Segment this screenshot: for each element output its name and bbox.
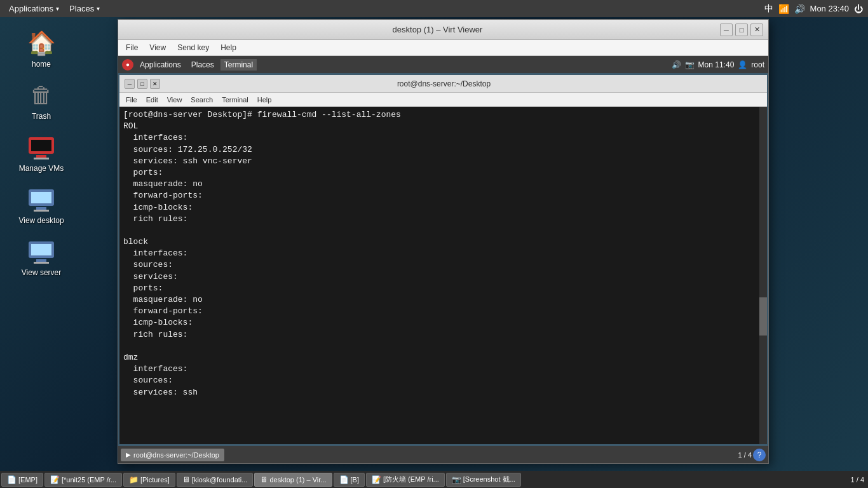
topbar: Applications ▾ Places ▾ 中 📶 🔊 Mon 23:40 … xyxy=(0,0,868,17)
terminal-maximize-btn[interactable]: □ xyxy=(137,79,147,89)
outer-task-kiosk[interactable]: 🖥 [kiosk@foundati... xyxy=(177,473,254,487)
outer-task-emp-icon: 📄 xyxy=(7,475,17,484)
term-help-menu[interactable]: Help xyxy=(254,95,276,104)
places-arrow-icon: ▾ xyxy=(97,5,100,12)
topbar-left: Applications ▾ Places ▾ xyxy=(5,3,104,15)
svg-rect-1 xyxy=(31,140,51,151)
inner-datetime: Mon 11:40 xyxy=(698,60,735,69)
svg-rect-7 xyxy=(34,210,49,212)
topbar-right: 中 📶 🔊 Mon 23:40 ⏻ xyxy=(764,3,863,15)
outer-task-screenshot[interactable]: 📷 [Screenshot 截... xyxy=(446,473,521,487)
view-server-icon xyxy=(26,236,57,267)
virt-view-menu[interactable]: View xyxy=(144,42,171,53)
inner-root-icon: 👤 xyxy=(738,60,747,69)
virt-viewer-menubar: File View Send key Help xyxy=(118,40,768,56)
outer-task-unit25-icon: 📝 xyxy=(50,475,60,484)
virt-file-menu[interactable]: File xyxy=(121,42,143,53)
outer-task-unit25[interactable]: 📝 [*unit25 (EMP /r... xyxy=(44,473,122,487)
terminal-scrollbar-thumb[interactable] xyxy=(759,297,767,336)
outer-task-b-icon: 📄 xyxy=(339,475,349,484)
places-menu[interactable]: Places ▾ xyxy=(65,3,104,15)
terminal-menubar: File Edit View Search Terminal Help xyxy=(119,93,767,107)
inner-page-indicator: 1 / 4 xyxy=(738,451,752,459)
term-terminal-menu[interactable]: Terminal xyxy=(218,95,252,104)
close-button[interactable]: ✕ xyxy=(750,24,763,36)
inner-topbar-left: ● Applications Places Terminal xyxy=(122,59,257,71)
inner-volume-icon: 🔊 xyxy=(672,60,681,69)
terminal-output: [root@dns-server Desktop]# firewall-cmd … xyxy=(119,107,767,444)
desktop-icon-home[interactable]: 🏠 home xyxy=(13,25,70,71)
term-file-menu[interactable]: File xyxy=(122,95,141,104)
desktop-icons-area: 🏠 home 🗑 Trash Manage VMs xyxy=(13,25,70,280)
term-edit-menu[interactable]: Edit xyxy=(142,95,162,104)
desktop-icon-trash[interactable]: 🗑 Trash xyxy=(13,78,70,123)
applications-label: Applications xyxy=(9,4,53,13)
inner-places-menu[interactable]: Places xyxy=(187,59,218,71)
outer-task-firewall-label: [防火墙 (EMP /ri... xyxy=(383,475,439,484)
applications-menu[interactable]: Applications ▾ xyxy=(5,3,63,15)
view-desktop-label: View desktop xyxy=(18,216,64,225)
outer-task-firewall-icon: 📝 xyxy=(372,475,381,484)
input-method-icon[interactable]: 中 xyxy=(764,3,773,15)
term-view-menu[interactable]: View xyxy=(163,95,186,104)
inner-applications-menu[interactable]: Applications xyxy=(136,59,185,71)
svg-rect-3 xyxy=(34,158,49,159)
inner-topbar-right: 🔊 📷 Mon 11:40 👤 root xyxy=(672,60,764,69)
svg-rect-11 xyxy=(34,262,49,264)
inner-taskbar: ▶ root@dns-server:~/Desktop 1 / 4 ? xyxy=(118,446,768,463)
outer-task-b-label: [B] xyxy=(351,476,359,484)
desktop-icon-manage-vms[interactable]: Manage VMs xyxy=(13,130,70,175)
desktop-icon-view-desktop[interactable]: View desktop xyxy=(13,182,70,227)
trash-label: Trash xyxy=(32,112,51,121)
terminal-close-btn[interactable]: ✕ xyxy=(150,79,160,89)
virt-sendkey-menu[interactable]: Send key xyxy=(172,42,214,53)
outer-task-kiosk-icon: 🖥 xyxy=(182,475,190,484)
outer-task-desktop-virt-icon: 🖥 xyxy=(260,475,268,484)
manage-vms-label: Manage VMs xyxy=(19,164,64,173)
terminal-win-controls: ─ □ ✕ xyxy=(123,79,160,89)
terminal-text: [root@dns-server Desktop]# firewall-cmd … xyxy=(123,109,763,398)
terminal-window: ─ □ ✕ root@dns-server:~/Desktop File Edi… xyxy=(119,75,767,444)
places-label: Places xyxy=(69,4,94,13)
wifi-icon: 📶 xyxy=(778,4,789,14)
inner-terminal-menu[interactable]: Terminal xyxy=(220,59,257,71)
vm-display-area[interactable]: ● Applications Places Terminal 🔊 📷 Mon 1… xyxy=(118,56,768,463)
maximize-button[interactable]: □ xyxy=(735,24,748,36)
inner-task-terminal-icon: ▶ xyxy=(126,451,131,458)
terminal-minimize-btn[interactable]: ─ xyxy=(125,79,135,89)
terminal-scrollbar[interactable] xyxy=(759,107,767,444)
virt-viewer-title: desktop (1) – Virt Viewer xyxy=(155,25,720,34)
svg-rect-10 xyxy=(36,259,46,262)
outer-task-emp[interactable]: 📄 [EMP] xyxy=(1,473,43,487)
virt-viewer-window: desktop (1) – Virt Viewer ─ □ ✕ File Vie… xyxy=(118,19,769,464)
power-icon[interactable]: ⏻ xyxy=(854,4,863,14)
outer-task-pictures[interactable]: 📁 [Pictures] xyxy=(123,473,175,487)
outer-task-screenshot-icon: 📷 xyxy=(452,475,461,484)
outer-task-desktop-virt-label: desktop (1) – Vir... xyxy=(269,476,326,484)
inner-topbar: ● Applications Places Terminal 🔊 📷 Mon 1… xyxy=(118,56,768,73)
outer-task-firewall[interactable]: 📝 [防火墙 (EMP /ri... xyxy=(366,473,445,487)
outer-task-kiosk-label: [kiosk@foundati... xyxy=(192,476,248,484)
outer-task-unit25-label: [*unit25 (EMP /r... xyxy=(62,476,116,484)
desktop-icon-view-server[interactable]: View server xyxy=(13,234,70,280)
outer-task-b[interactable]: 📄 [B] xyxy=(334,473,365,487)
inner-help-button[interactable]: ? xyxy=(753,449,766,461)
outer-task-pictures-icon: 📁 xyxy=(129,475,139,484)
applications-arrow-icon: ▾ xyxy=(56,5,59,12)
desktop: Applications ▾ Places ▾ 中 📶 🔊 Mon 23:40 … xyxy=(0,0,868,488)
inner-desktop: ● Applications Places Terminal 🔊 📷 Mon 1… xyxy=(118,56,768,463)
datetime-label: Mon 23:40 xyxy=(810,4,849,13)
terminal-title: root@dns-server:~/Desktop xyxy=(160,79,728,88)
inner-screenshot-icon: 📷 xyxy=(685,60,695,69)
outer-task-pictures-label: [Pictures] xyxy=(140,476,170,484)
virt-help-menu[interactable]: Help xyxy=(215,42,241,53)
inner-user: root xyxy=(751,60,764,69)
inner-task-terminal[interactable]: ▶ root@dns-server:~/Desktop xyxy=(121,449,224,461)
manage-vms-icon xyxy=(26,132,57,163)
term-search-menu[interactable]: Search xyxy=(187,95,217,104)
outer-task-desktop-virt[interactable]: 🖥 desktop (1) – Vir... xyxy=(254,473,332,487)
minimize-button[interactable]: ─ xyxy=(720,24,733,36)
svg-rect-6 xyxy=(36,207,46,210)
outer-taskbar: 📄 [EMP] 📝 [*unit25 (EMP /r... 📁 [Picture… xyxy=(0,471,868,488)
home-label: home xyxy=(32,60,51,69)
